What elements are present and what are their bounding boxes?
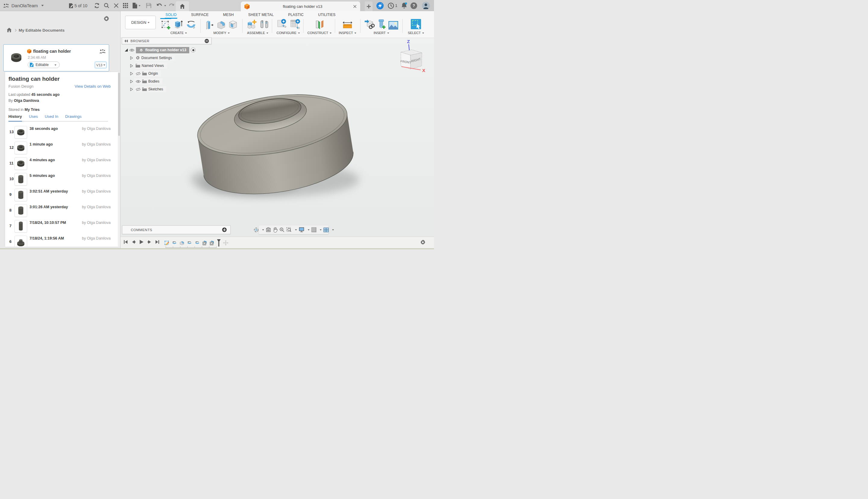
timeline-revolve-icon[interactable] (194, 241, 200, 246)
extensions-button[interactable] (376, 0, 384, 11)
look-at-icon[interactable] (266, 227, 271, 232)
view-details-link[interactable]: View Details on Web (75, 84, 111, 88)
select-menu[interactable]: SELECT (404, 31, 428, 35)
timeline-settings-gear-icon[interactable] (420, 240, 426, 245)
tab-close-icon[interactable] (353, 5, 356, 8)
step-back-icon[interactable] (131, 240, 136, 244)
new-tab-button[interactable] (365, 1, 372, 11)
grid-display-icon[interactable] (311, 227, 316, 232)
select-icon[interactable] (410, 19, 421, 30)
tab-solid[interactable]: SOLID (165, 11, 177, 18)
job-status[interactable]: 5 of 10 (69, 0, 87, 11)
viewports-icon[interactable] (323, 228, 329, 232)
history-row[interactable]: 13 38 seconds ago by Olga Danilova (5, 126, 118, 141)
collapsed-arrow-icon[interactable] (130, 56, 133, 60)
timeline-sketch-icon[interactable] (164, 241, 169, 246)
step-forward-icon[interactable] (147, 240, 151, 244)
chevron-down-icon[interactable] (295, 229, 297, 231)
create-menu[interactable]: CREATE (157, 31, 200, 35)
extrude-icon[interactable] (173, 19, 183, 30)
chevron-down-icon[interactable] (332, 229, 334, 231)
scrollbar[interactable] (118, 72, 120, 247)
chevron-down-icon[interactable] (308, 229, 309, 231)
chevron-down-icon[interactable] (320, 229, 321, 231)
insert-canvas-icon[interactable] (388, 21, 399, 30)
assemble-menu[interactable]: ASSEMBLE (244, 31, 271, 35)
collapsed-arrow-icon[interactable] (130, 64, 133, 68)
pan-icon[interactable] (273, 227, 278, 233)
history-row[interactable]: 12 1 minute ago by Olga Danilova (5, 142, 118, 156)
collapsed-arrow-icon[interactable] (130, 80, 133, 83)
history-row[interactable]: 11 4 minutes ago by Olga Danilova (5, 157, 118, 172)
breadcrumb[interactable]: My Editable Documents (7, 28, 64, 33)
active-document-card[interactable]: floating can holder 2:34:46 AM Editable … (3, 44, 109, 71)
collapsed-arrow-icon[interactable] (130, 88, 133, 91)
shell-icon[interactable] (229, 20, 237, 30)
visibility-off-icon[interactable] (136, 87, 141, 91)
play-icon[interactable] (139, 240, 144, 244)
press-pull-icon[interactable] (206, 20, 214, 30)
tab-uses[interactable]: Uses (29, 114, 38, 122)
browser-row-named-views[interactable]: Named Views (130, 62, 167, 69)
collapse-tree-icon[interactable] (205, 39, 209, 43)
visibility-eye-icon[interactable] (129, 49, 134, 52)
insert-fastener-icon[interactable] (377, 19, 386, 30)
breadcrumb-label[interactable]: My Editable Documents (19, 28, 64, 33)
view-cube[interactable]: Z FRONT RIGHT X (392, 39, 428, 75)
home-tab-button[interactable] (176, 1, 189, 11)
gear-icon[interactable] (103, 16, 109, 22)
display-settings-icon[interactable] (299, 227, 304, 232)
app-grid-icon[interactable] (123, 0, 128, 11)
zoom-icon[interactable] (279, 227, 284, 232)
chevron-down-icon[interactable] (262, 229, 264, 231)
history-row[interactable]: 7 7/18/24, 10:10:57 PM by Olga Danilova (5, 220, 118, 234)
measure-icon[interactable] (342, 20, 353, 30)
timeline-revolve-icon[interactable] (171, 241, 177, 246)
insert-derive-icon[interactable] (364, 19, 375, 30)
document-tab[interactable]: floating can holder v13 (241, 1, 360, 11)
tab-sheet-metal[interactable]: SHEET METAL (248, 11, 274, 18)
activate-component-radio[interactable] (191, 48, 196, 52)
timeline-position-marker[interactable] (217, 239, 221, 247)
construct-menu[interactable]: CONSTRUCT (306, 31, 333, 35)
modify-menu[interactable]: MODIFY (202, 31, 241, 35)
browser-row-sketches[interactable]: Sketches (130, 86, 166, 93)
joint-icon[interactable] (260, 20, 269, 30)
browser-row-document-settings[interactable]: Document Settings (130, 54, 175, 61)
collaborators-icon[interactable] (99, 49, 106, 54)
tab-surface[interactable]: SURFACE (191, 11, 209, 18)
configure-menu[interactable]: CONFIGURE (274, 31, 303, 35)
root-component-row[interactable]: floating can holder v13 (136, 47, 189, 53)
help-button[interactable]: ? (411, 2, 417, 9)
insert-menu[interactable]: INSERT (361, 31, 402, 35)
tab-used-in[interactable]: Used In (45, 114, 58, 122)
go-to-end-icon[interactable] (155, 240, 159, 244)
fillet-icon[interactable] (216, 20, 226, 30)
timeline-track[interactable] (166, 246, 217, 248)
zoom-window-icon[interactable] (286, 227, 292, 232)
browser-root-row[interactable]: floating can holder v13 (125, 47, 196, 53)
timeline-fillet-icon[interactable] (179, 241, 184, 246)
configuration-table-icon[interactable] (290, 19, 301, 30)
close-job-icon[interactable] (114, 0, 119, 11)
history-row[interactable]: 10 5 minutes ago by Olga Danilova (5, 173, 118, 187)
new-component-icon[interactable] (246, 19, 257, 30)
history-row[interactable]: 9 3:02:51 AM yesterday by Olga Danilova (5, 188, 118, 203)
orbit-icon[interactable] (254, 227, 259, 233)
collapsed-arrow-icon[interactable] (130, 72, 133, 75)
tab-mesh[interactable]: MESH (222, 11, 234, 18)
avatar[interactable] (422, 2, 430, 10)
history-row[interactable]: 6 7/18/24, 1:19:56 AM by Olga Danilova (5, 236, 118, 247)
timeline-extrude-icon[interactable] (202, 240, 207, 246)
team-switcher[interactable]: DanOlaTeam (11, 3, 38, 8)
undo-icon[interactable] (156, 0, 166, 11)
browser-row-bodies[interactable]: Bodies (130, 78, 162, 85)
tab-history[interactable]: History (9, 114, 22, 122)
save-icon[interactable] (146, 0, 151, 11)
workspace-dropdown[interactable]: DESIGN (125, 16, 156, 29)
tab-utilities[interactable]: UTILITIES (317, 11, 336, 18)
chevron-down-icon[interactable] (41, 5, 44, 8)
history-row[interactable]: 8 3:01:26 AM yesterday by Olga Danilova (5, 204, 118, 219)
collapse-panel-icon[interactable] (124, 39, 128, 42)
create-sketch-icon[interactable] (161, 20, 171, 30)
